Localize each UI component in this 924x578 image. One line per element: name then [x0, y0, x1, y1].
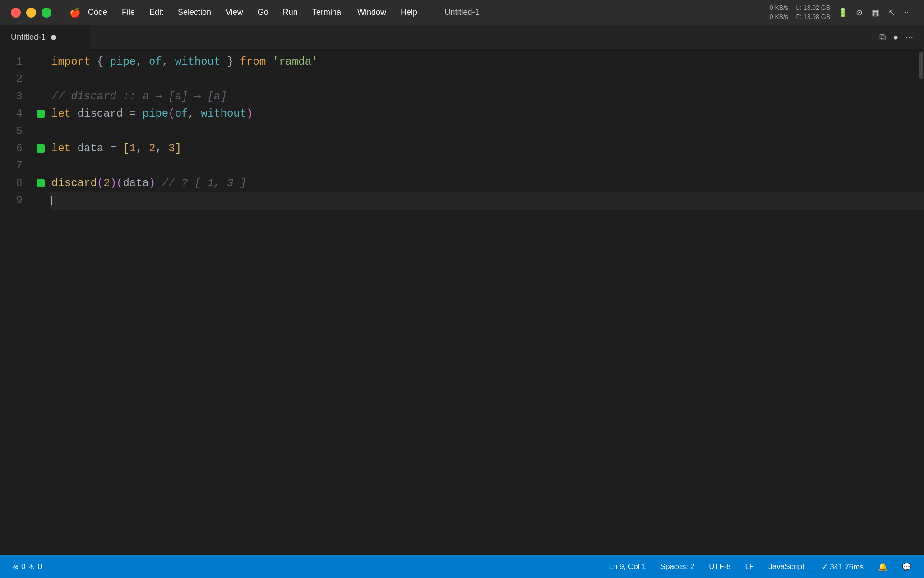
editor-tab[interactable]: Untitled-1: [0, 25, 90, 49]
menu-help[interactable]: Help: [393, 6, 425, 19]
close-button[interactable]: [11, 8, 21, 18]
code-line-3: // discard :: a → [a] → [a]: [50, 88, 924, 105]
menu-file[interactable]: File: [115, 6, 142, 19]
maximize-button[interactable]: [42, 8, 51, 18]
tab-bar: Untitled-1 ⧉ ● ···: [0, 25, 924, 50]
line-num-4: 4: [0, 105, 23, 122]
line-num-8: 8: [0, 175, 23, 192]
plain-4: }: [221, 53, 240, 70]
circle-icon[interactable]: ●: [893, 32, 898, 42]
plain-5: [266, 53, 272, 70]
paren-open-2: (: [97, 175, 103, 192]
fn-without: without: [175, 53, 221, 70]
encoding-item[interactable]: UTF-8: [707, 561, 732, 572]
breakpoint-6[interactable]: [37, 144, 45, 153]
editor-container: 1 2 3 4 5 6 7 8 9 import { pipe , of , w…: [0, 50, 924, 555]
error-icon: ⊗: [13, 563, 18, 571]
bracket-open: [: [123, 140, 129, 157]
language-item[interactable]: JavaScript: [767, 561, 806, 572]
menu-edit[interactable]: Edit: [142, 6, 171, 19]
apple-logo: 🍎: [69, 7, 81, 18]
code-editor[interactable]: import { pipe , of , without } from 'ram…: [50, 50, 924, 555]
more-actions-icon[interactable]: ···: [906, 32, 913, 42]
line-num-7: 7: [0, 157, 23, 174]
plain-8: data =: [71, 140, 123, 157]
code-line-2: [50, 70, 924, 88]
plain-1: {: [90, 53, 110, 70]
battery-icon: 🔋: [837, 7, 848, 18]
plain-space: [155, 175, 162, 192]
language-label: JavaScript: [768, 562, 804, 571]
kw-from: from: [240, 53, 266, 70]
line-num-9: 9: [0, 192, 23, 209]
minimize-button[interactable]: [26, 8, 36, 18]
num-arg: 2: [103, 175, 110, 192]
fn-of: of: [149, 53, 162, 70]
line-num-2: 2: [0, 70, 23, 88]
line-ending-label: LF: [745, 562, 754, 571]
timing-item[interactable]: ✓ 341.76ms: [817, 561, 865, 573]
wifi-icon: ⊘: [854, 7, 864, 18]
warning-icon: ⚠: [28, 562, 35, 572]
kw-import: import: [51, 53, 90, 70]
scrollbar[interactable]: [919, 50, 924, 555]
spaces-item[interactable]: Spaces: 2: [659, 561, 697, 572]
menu-window[interactable]: Window: [350, 6, 393, 19]
titlebar: 🍎 Code File Edit Selection View Go Run T…: [0, 0, 924, 25]
notification-icon[interactable]: 💬: [900, 561, 913, 573]
traffic-lights: [11, 8, 51, 18]
gutter-4: [32, 105, 50, 122]
gutter-2: [32, 70, 50, 88]
scrollbar-thumb[interactable]: [919, 52, 923, 79]
storage-u: U: 18.02 GB: [795, 4, 830, 13]
plain-9: ,: [136, 140, 149, 157]
paren-close-3: ): [149, 175, 155, 192]
errors-item[interactable]: ⊗ 0 ⚠ 0: [11, 561, 44, 573]
gutter-3: [32, 88, 50, 105]
line-numbers: 1 2 3 4 5 6 7 8 9: [0, 50, 32, 555]
status-left: ⊗ 0 ⚠ 0: [11, 561, 44, 573]
storage-info: U: 18.02 GB F: 13.98 GB: [795, 4, 830, 21]
menu-code[interactable]: Code: [81, 6, 115, 19]
gutter-5: [32, 123, 50, 140]
feedback-icon[interactable]: 🔔: [876, 561, 889, 573]
titlebar-right: 0 KB/s 0 KB/s U: 18.02 GB F: 13.98 GB 🔋 …: [770, 4, 913, 21]
kw-let-1: let: [51, 105, 71, 122]
line-num-5: 5: [0, 123, 23, 140]
code-line-9: [50, 192, 924, 209]
window-title: Untitled-1: [444, 8, 479, 17]
tab-actions: ⧉ ● ···: [879, 25, 924, 49]
bracket-close: ]: [175, 140, 181, 157]
system-info: 0 KB/s 0 KB/s: [770, 4, 788, 21]
menu-selection[interactable]: Selection: [171, 6, 218, 19]
fn-of-arg: of: [175, 105, 188, 122]
gutter-8: [32, 175, 50, 192]
plain-6: discard =: [71, 105, 142, 122]
gutter-6: [32, 140, 50, 157]
plain-2: ,: [136, 53, 149, 70]
line-ending-item[interactable]: LF: [743, 561, 756, 572]
tab-label: Untitled-1: [11, 33, 46, 42]
menu-run[interactable]: Run: [276, 6, 305, 19]
paren-close-1: ): [246, 105, 253, 122]
menu-view[interactable]: View: [218, 6, 250, 19]
menu-go[interactable]: Go: [250, 6, 276, 19]
more-icon[interactable]: ···: [902, 7, 913, 18]
menu-bar: 🍎 Code File Edit Selection View Go Run T…: [66, 6, 770, 19]
network-info: 0 KB/s: [770, 4, 788, 13]
split-editor-icon[interactable]: ⧉: [879, 32, 886, 42]
position-item[interactable]: Ln 9, Col 1: [607, 561, 647, 572]
timing-label: ✓ 341.76ms: [822, 562, 864, 572]
network-info2: 0 KB/s: [770, 13, 788, 22]
str-ramda: 'ramda': [273, 53, 318, 70]
code-line-4: let discard = pipe ( of , without ): [50, 105, 924, 122]
status-bar: ⊗ 0 ⚠ 0 Ln 9, Col 1 Spaces: 2 UTF-8 LF J…: [0, 555, 924, 578]
code-line-6: let data = [ 1 , 2 , 3 ]: [50, 140, 924, 157]
plain-3: ,: [162, 53, 175, 70]
breakpoint-8[interactable]: [37, 179, 45, 187]
breakpoint-4[interactable]: [37, 110, 45, 118]
line-num-1: 1: [0, 53, 23, 70]
menu-terminal[interactable]: Terminal: [305, 6, 350, 19]
comment-line3: // discard :: a → [a] → [a]: [51, 88, 227, 105]
fn-without-arg: without: [201, 105, 246, 122]
